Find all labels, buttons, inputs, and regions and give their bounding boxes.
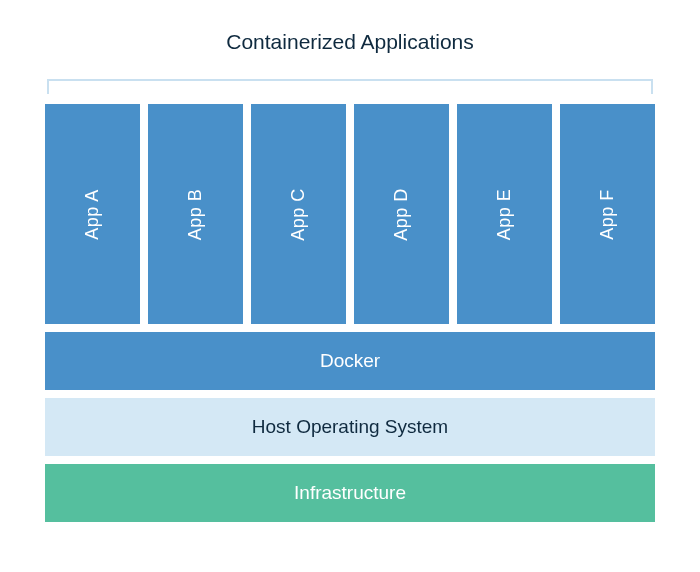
app-box-b: App B [148,104,243,324]
infrastructure-layer: Infrastructure [45,464,655,522]
host-os-layer: Host Operating System [45,398,655,456]
app-label: App E [494,188,515,240]
app-label: App B [185,188,206,240]
app-box-f: App F [560,104,655,324]
app-label: App A [82,189,103,240]
app-box-d: App D [354,104,449,324]
app-box-a: App A [45,104,140,324]
app-box-e: App E [457,104,552,324]
diagram-title: Containerized Applications [45,30,655,54]
app-label: App C [288,188,309,241]
app-box-c: App C [251,104,346,324]
apps-bracket [47,79,653,94]
app-label: App D [391,188,412,241]
apps-row: App A App B App C App D App E App F [45,104,655,324]
app-label: App F [597,189,618,240]
docker-layer: Docker [45,332,655,390]
